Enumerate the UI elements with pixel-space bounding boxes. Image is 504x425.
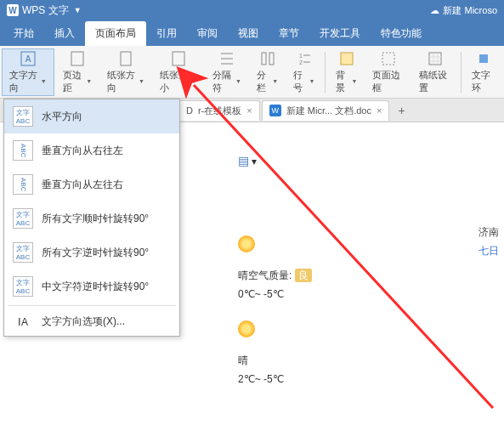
ribbon-textwrap[interactable]: 文字环 (465, 48, 502, 96)
dir-horizontal[interactable]: 文字ABC 水平方向 (4, 99, 179, 133)
ribbon-separator (325, 52, 326, 93)
dir-vltr-icon: ABC (13, 174, 33, 195)
dir-vertical-rtl[interactable]: ABC 垂直方向从右往左 (4, 133, 179, 167)
text-options-icon: ⅠA (13, 316, 33, 328)
tab-prefix: D (186, 105, 193, 116)
app-name: WPS 文字 (22, 3, 69, 18)
close-icon[interactable]: × (377, 105, 382, 116)
text-direction-icon: A (19, 50, 37, 67)
ribbon-columns[interactable]: 分栏▼ (250, 48, 285, 96)
text-direction-menu: 文字ABC 水平方向 ABC 垂直方向从右往左 ABC 垂直方向从左往右 文字A… (3, 99, 180, 337)
chevron-down-icon: ▼ (351, 78, 357, 84)
doc-cloud-icon: ☁ (430, 5, 439, 16)
menu-separator (8, 305, 176, 306)
titlebar-docname: 新建 Microso (443, 4, 497, 17)
ribbon-margins[interactable]: 页边距▼ (56, 48, 99, 96)
svg-rect-3 (121, 52, 131, 65)
app-icon: W (7, 4, 19, 16)
svg-text:2: 2 (299, 60, 303, 65)
ribbon-background[interactable]: 背景▼ (329, 48, 364, 96)
tab-insert[interactable]: 插入 (44, 21, 85, 46)
dir-options[interactable]: ⅠA 文字方向选项(X)... (4, 308, 179, 336)
document-area: ▤ ▾ 济南 七日 晴空气质量: 良 0℃~ -5℃ 晴 2℃~ -5℃ (229, 123, 504, 425)
tab-label: 新建 Micr... 文档.doc (286, 105, 371, 117)
breaks-icon (218, 50, 236, 67)
tab-references[interactable]: 引用 (146, 21, 187, 46)
chevron-down-icon: ▼ (191, 78, 197, 84)
svg-rect-5 (262, 53, 266, 65)
ribbon-size[interactable]: 纸张大小▼ (153, 48, 204, 96)
dir-cjk-ccw90[interactable]: 文字ABC 中文字符逆时针旋转90° (4, 269, 179, 303)
air-quality-badge: 良 (295, 269, 312, 282)
temp-range-2: 2℃~ -5℃ (238, 373, 496, 385)
app-dropdown-icon[interactable]: ▼ (74, 6, 82, 14)
dir-horizontal-icon: 文字ABC (13, 106, 33, 127)
tab-review[interactable]: 审阅 (187, 21, 228, 46)
air-quality-label: 晴空气质量: (238, 269, 292, 281)
tab-section[interactable]: 章节 (269, 21, 309, 46)
svg-rect-4 (173, 52, 184, 65)
chevron-down-icon: ▼ (235, 78, 241, 84)
page-icon: ▤ (238, 154, 249, 167)
ribbon-breaks[interactable]: 分隔符▼ (206, 48, 248, 96)
chevron-down-icon: ▼ (139, 78, 144, 84)
tab-special[interactable]: 特色功能 (371, 21, 432, 46)
margins-icon (68, 50, 87, 67)
tab-start[interactable]: 开始 (3, 21, 44, 46)
genkou-icon (426, 50, 445, 67)
linenumbers-icon: 12 (295, 50, 314, 67)
ribbon-text-direction[interactable]: A 文字方向▼ (2, 48, 54, 96)
ribbon-pageborder[interactable]: 页面边框 (365, 48, 411, 96)
dir-ccw90-icon: 文字ABC (13, 242, 33, 263)
date-label: 七日 (479, 244, 499, 258)
tab-label: r-在线模板 (198, 105, 241, 117)
ribbon-linenumbers[interactable]: 12 行号▼ (286, 48, 321, 96)
doc-tab-newdoc[interactable]: W 新建 Micr... 文档.doc × (262, 100, 390, 121)
doc-tab-template[interactable]: D r-在线模板 × (178, 100, 260, 121)
sun-icon (238, 320, 255, 337)
add-tab-button[interactable]: + (391, 100, 411, 121)
ribbon-genkou[interactable]: 稿纸设置 (412, 48, 457, 96)
city-label: 济南 (479, 225, 499, 240)
pageborder-icon (379, 50, 398, 67)
svg-rect-2 (71, 52, 83, 65)
chevron-down-icon: ▼ (309, 78, 314, 84)
orientation-icon (116, 50, 135, 67)
close-icon[interactable]: × (246, 105, 252, 116)
ribbon-orientation[interactable]: 纸张方向▼ (100, 48, 151, 96)
svg-rect-12 (479, 54, 488, 63)
ribbon-separator (461, 52, 462, 93)
dir-vertical-ltr[interactable]: ABC 垂直方向从左往右 (4, 167, 179, 201)
svg-rect-11 (429, 53, 441, 65)
tab-devtools[interactable]: 开发工具 (309, 21, 371, 46)
svg-rect-10 (382, 53, 394, 65)
menubar: 开始 插入 页面布局 引用 审阅 视图 章节 开发工具 特色功能 (0, 20, 504, 46)
dir-rotate-ccw90[interactable]: 文字ABC 所有文字逆时针旋转90° (4, 235, 179, 269)
temp-range-1: 0℃~ -5℃ (238, 288, 496, 300)
background-icon (337, 50, 356, 67)
titlebar-right: ☁ 新建 Microso (430, 4, 497, 17)
word-doc-icon: W (269, 105, 281, 116)
tab-pagelayout[interactable]: 页面布局 (85, 21, 146, 46)
svg-text:A: A (25, 54, 31, 64)
weather-condition-2: 晴 (238, 354, 496, 368)
svg-text:1: 1 (299, 53, 303, 59)
chevron-down-icon: ▼ (86, 78, 92, 84)
svg-rect-6 (269, 53, 274, 65)
svg-rect-9 (341, 53, 353, 65)
textwrap-icon (474, 50, 493, 67)
dir-vrtl-icon: ABC (13, 140, 33, 161)
titlebar: W WPS 文字 ▼ ☁ 新建 Microso (0, 0, 504, 20)
columns-icon (258, 50, 277, 67)
sun-icon (238, 235, 255, 252)
dir-rotate-cw90[interactable]: 文字ABC 所有文字顺时针旋转90° (4, 201, 179, 235)
dir-cw90-icon: 文字ABC (13, 208, 33, 229)
dir-cjk-icon: 文字ABC (13, 276, 33, 297)
tab-view[interactable]: 视图 (228, 21, 269, 46)
ribbon: A 文字方向▼ 页边距▼ 纸张方向▼ 纸张大小▼ 分隔符▼ 分栏▼ 12 行号▼… (0, 46, 504, 99)
size-icon (169, 50, 188, 67)
chevron-down-icon: ▼ (41, 78, 47, 84)
chevron-down-icon: ▼ (272, 78, 278, 84)
